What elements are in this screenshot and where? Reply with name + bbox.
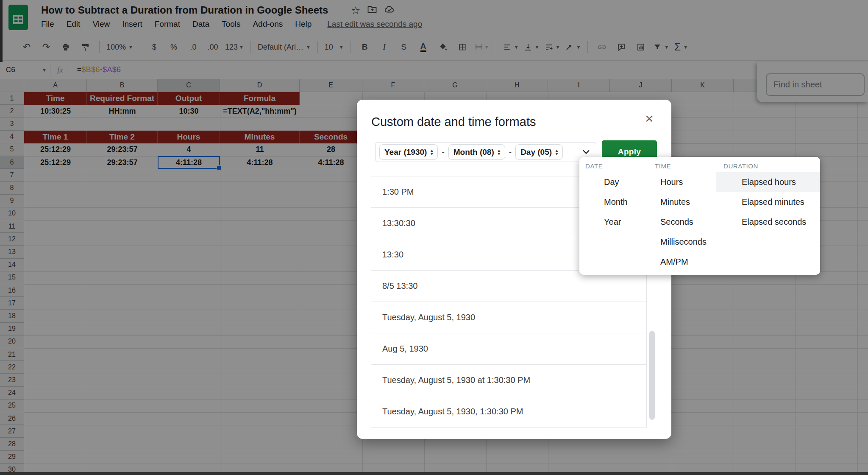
- token-menu-chevron-icon[interactable]: [582, 148, 590, 156]
- format-option-7[interactable]: Tuesday, August 5, 1930, 1:30:30 PM: [371, 396, 646, 428]
- menu-column-date: DayMonthYear: [604, 172, 628, 232]
- menu-item-year[interactable]: Year: [604, 212, 628, 232]
- format-token-month-08[interactable]: Month (08)▴▾: [448, 144, 505, 160]
- format-option-3[interactable]: 8/5 13:30: [371, 271, 646, 302]
- screen: How to Subtract a Duration from Duration…: [0, 0, 868, 475]
- format-token-box[interactable]: Year (1930)▴▾-Month (08)▴▾-Day (05)▴▾: [375, 142, 596, 162]
- menu-section-duration: DURATION: [723, 162, 758, 170]
- token-stepper-icon[interactable]: ▴▾: [556, 149, 558, 156]
- menu-item-minutes[interactable]: Minutes: [660, 192, 707, 212]
- menu-item-month[interactable]: Month: [604, 192, 628, 212]
- token-separator: -: [509, 148, 512, 157]
- format-token-label: Day (05): [520, 148, 552, 157]
- format-token-label: Month (08): [453, 148, 494, 157]
- menu-column-time: HoursMinutesSecondsMillisecondsAM/PM: [660, 172, 707, 272]
- menu-column-duration: Elapsed hoursElapsed minutesElapsed seco…: [716, 172, 820, 232]
- menu-item-milliseconds[interactable]: Milliseconds: [660, 232, 707, 252]
- menu-item-hours[interactable]: Hours: [660, 172, 707, 192]
- dialog-title: Custom date and time formats: [371, 115, 536, 129]
- menu-item-am-pm[interactable]: AM/PM: [660, 252, 707, 272]
- menu-section-date: DATE: [585, 162, 603, 170]
- format-option-4[interactable]: Tuesday, August 5, 1930: [371, 302, 646, 333]
- token-stepper-icon[interactable]: ▴▾: [431, 149, 433, 156]
- token-separator: -: [442, 148, 444, 157]
- dialog-scrollbar[interactable]: [649, 331, 655, 420]
- menu-item-seconds[interactable]: Seconds: [660, 212, 707, 232]
- format-token-menu: DATEDayMonthYearTIMEHoursMinutesSecondsM…: [579, 157, 820, 275]
- format-option-6[interactable]: Tuesday, August 5, 1930 at 1:30:30 PM: [371, 365, 646, 396]
- menu-item-elapsed-hours[interactable]: Elapsed hours: [716, 172, 820, 192]
- format-option-5[interactable]: Aug 5, 1930: [371, 333, 646, 365]
- menu-item-elapsed-seconds[interactable]: Elapsed seconds: [716, 212, 820, 232]
- format-token-day-05[interactable]: Day (05)▴▾: [515, 144, 563, 160]
- menu-item-elapsed-minutes[interactable]: Elapsed minutes: [716, 192, 820, 212]
- format-token-year-1930[interactable]: Year (1930)▴▾: [379, 144, 438, 160]
- menu-section-time: TIME: [655, 162, 671, 170]
- menu-item-day[interactable]: Day: [604, 172, 628, 192]
- format-token-label: Year (1930): [384, 148, 427, 157]
- dialog-close-button[interactable]: ×: [640, 109, 659, 128]
- token-stepper-icon[interactable]: ▴▾: [498, 149, 500, 156]
